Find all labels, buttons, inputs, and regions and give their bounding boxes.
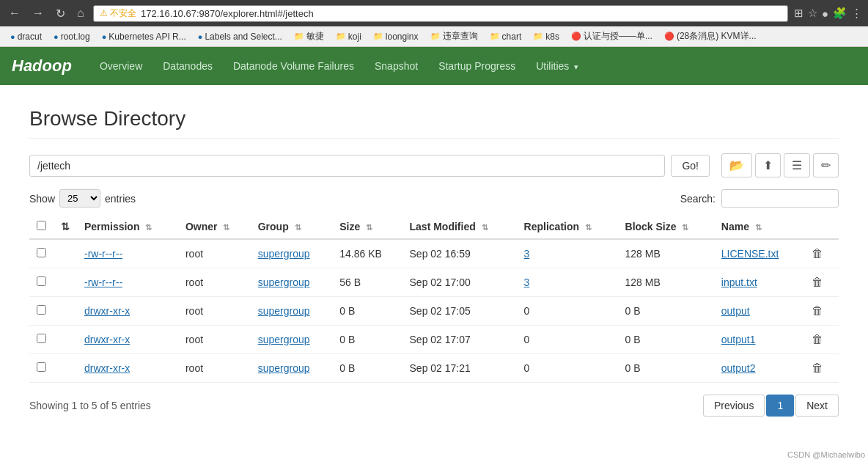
- row-sort-1: [54, 268, 77, 297]
- row-group-1[interactable]: supergroup: [251, 268, 333, 297]
- security-warning: ⚠ 不安全: [100, 7, 136, 20]
- row-checkbox-2[interactable]: [37, 305, 46, 315]
- hadoop-brand[interactable]: Hadoop: [12, 56, 72, 76]
- select-all-checkbox[interactable]: [37, 221, 46, 230]
- entries-label: entries: [105, 193, 136, 205]
- settings-button[interactable]: ✏: [813, 153, 839, 177]
- go-button[interactable]: Go!: [671, 155, 710, 177]
- row-group-3[interactable]: supergroup: [251, 326, 333, 354]
- nav-snapshot[interactable]: Snapshot: [364, 48, 428, 84]
- group-sort-icon: ⇅: [295, 223, 301, 232]
- folder-button[interactable]: 📂: [721, 153, 752, 177]
- row-permission-4[interactable]: drwxr-xr-x: [77, 354, 178, 383]
- previous-button[interactable]: Previous: [703, 395, 765, 417]
- nav-utilities[interactable]: Utilities ▾: [526, 48, 589, 84]
- row-name-4[interactable]: output2: [714, 354, 803, 383]
- page-1-button[interactable]: 1: [766, 395, 794, 417]
- path-input[interactable]: [29, 155, 665, 177]
- col-replication[interactable]: Replication ⇅: [517, 215, 618, 239]
- row-name-3[interactable]: output1: [714, 326, 803, 354]
- forward-button[interactable]: →: [29, 5, 47, 21]
- row-name-0[interactable]: LICENSE.txt: [714, 239, 803, 268]
- col-permission[interactable]: Permission ⇅: [77, 215, 178, 239]
- home-button[interactable]: ⌂: [74, 5, 87, 21]
- row-name-1[interactable]: input.txt: [714, 268, 803, 297]
- bookmark-chart[interactable]: 📁 chart: [485, 30, 526, 43]
- row-owner-4: root: [178, 354, 251, 383]
- row-checkbox-3[interactable]: [37, 334, 46, 343]
- row-replication-0[interactable]: 3: [517, 239, 618, 268]
- profile-icon[interactable]: ●: [822, 7, 828, 20]
- delete-button-2[interactable]: 🗑: [810, 303, 825, 319]
- row-delete-cell-1: 🗑: [803, 268, 839, 297]
- nav-overview[interactable]: Overview: [89, 48, 152, 84]
- menu-icon[interactable]: ⋮: [851, 7, 862, 20]
- list-button[interactable]: ☰: [784, 153, 810, 177]
- delete-button-1[interactable]: 🗑: [810, 274, 825, 290]
- row-permission-2[interactable]: drwxr-xr-x: [77, 297, 178, 326]
- row-delete-cell-2: 🗑: [803, 297, 839, 326]
- nav-startup-progress[interactable]: Startup Progress: [428, 48, 526, 84]
- nav-datanodes[interactable]: Datanodes: [152, 48, 223, 84]
- next-button[interactable]: Next: [795, 395, 839, 417]
- upload-button[interactable]: ⬆: [755, 153, 781, 177]
- search-input[interactable]: [721, 189, 839, 208]
- nav-datanode-volume-failures[interactable]: Datanode Volume Failures: [223, 48, 364, 84]
- bookmark-labels-label: Labels and Select...: [205, 32, 282, 42]
- row-replication-1[interactable]: 3: [517, 268, 618, 297]
- bookmark-agile[interactable]: 📁 敏捷: [290, 29, 328, 44]
- row-group-0[interactable]: supergroup: [251, 239, 333, 268]
- bookmark-loonginx[interactable]: 📁 loonginx: [369, 30, 423, 43]
- row-blocksize-4: 0 B: [618, 354, 714, 383]
- row-sort-4: [54, 354, 77, 383]
- pagination-area: Showing 1 to 5 of 5 entries Previous 1 N…: [29, 395, 839, 417]
- bookmark-icon[interactable]: ☆: [808, 7, 817, 20]
- col-actions: [803, 215, 839, 239]
- row-checkbox-cell-4: [29, 354, 54, 383]
- delete-button-3[interactable]: 🗑: [810, 331, 825, 348]
- bookmark-violation-icon: 📁: [430, 32, 441, 41]
- puzzle-icon[interactable]: 🧩: [833, 7, 847, 20]
- row-checkbox-0[interactable]: [37, 248, 46, 257]
- bookmark-auth-icon: 🔴: [571, 32, 581, 41]
- sort-col[interactable]: ⇅: [54, 215, 77, 239]
- row-checkbox-4[interactable]: [37, 362, 46, 372]
- url-bar[interactable]: ⚠ 不安全 172.16.10.67:9870/explorer.html#/j…: [93, 5, 788, 22]
- back-button[interactable]: ←: [6, 5, 23, 21]
- entries-select[interactable]: 10 25 50 100: [59, 189, 100, 208]
- size-sort-icon: ⇅: [366, 223, 372, 232]
- blocksize-sort-icon: ⇅: [682, 223, 688, 232]
- bookmark-koji[interactable]: 📁 koji: [331, 30, 366, 43]
- bookmark-k8s-api-icon: ●: [102, 32, 107, 41]
- row-permission-0[interactable]: -rw-r--r--: [77, 239, 178, 268]
- row-permission-3[interactable]: drwxr-xr-x: [77, 326, 178, 354]
- col-block-size[interactable]: Block Size ⇅: [618, 215, 714, 239]
- bookmark-rootlog[interactable]: ● root.log: [49, 30, 95, 43]
- row-checkbox-cell-0: [29, 239, 54, 268]
- row-group-2[interactable]: supergroup: [251, 297, 333, 326]
- col-name[interactable]: Name ⇅: [714, 215, 803, 239]
- col-last-modified[interactable]: Last Modified ⇅: [402, 215, 517, 239]
- row-name-2[interactable]: output: [714, 297, 803, 326]
- col-size[interactable]: Size ⇅: [332, 215, 402, 239]
- row-checkbox-1[interactable]: [37, 276, 46, 286]
- bookmark-k8s[interactable]: 📁 k8s: [529, 30, 564, 43]
- bookmark-k8s-api[interactable]: ● Kubernetes API R...: [98, 30, 191, 43]
- bookmark-kvm[interactable]: 🔴 (28条消息) KVM详...: [660, 29, 761, 44]
- delete-button-4[interactable]: 🗑: [810, 360, 825, 376]
- bookmark-koji-icon: 📁: [336, 32, 346, 41]
- extensions-icon[interactable]: ⊞: [794, 7, 803, 20]
- col-owner[interactable]: Owner ⇅: [178, 215, 251, 239]
- bookmark-labels[interactable]: ● Labels and Select...: [194, 30, 287, 43]
- reload-button[interactable]: ↻: [53, 5, 68, 22]
- delete-button-0[interactable]: 🗑: [810, 246, 825, 262]
- col-group[interactable]: Group ⇅: [251, 215, 333, 239]
- row-group-4[interactable]: supergroup: [251, 354, 333, 383]
- browser-chrome: ← → ↻ ⌂ ⚠ 不安全 172.16.10.67:9870/explorer…: [0, 0, 868, 26]
- bookmark-violation[interactable]: 📁 违章查询: [426, 29, 482, 44]
- row-lastmod-2: Sep 02 17:05: [402, 297, 517, 326]
- bookmark-dracut[interactable]: ● dracut: [6, 30, 46, 43]
- main-content: Browse Directory Go! 📂 ⬆ ☰ ✏ Show 10 25: [0, 85, 868, 431]
- bookmark-auth[interactable]: 🔴 认证与授——单...: [567, 29, 657, 44]
- row-permission-1[interactable]: -rw-r--r--: [77, 268, 178, 297]
